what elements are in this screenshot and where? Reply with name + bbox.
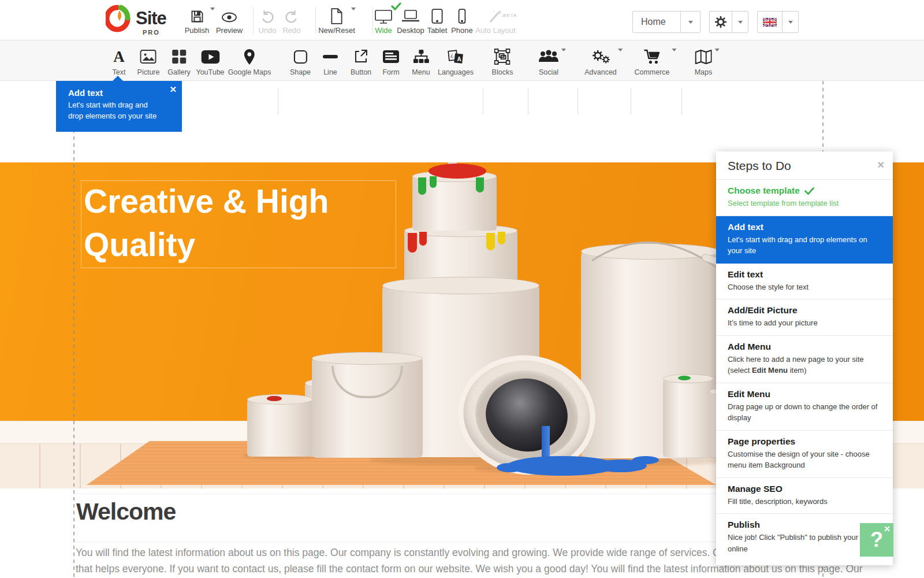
auto-layout-button[interactable]: BETA Auto Layout: [470, 5, 521, 35]
map-pin-icon: [228, 47, 271, 66]
paint-can: [663, 379, 714, 457]
step-desc: Choose the style for text: [728, 281, 881, 293]
step-manage-seo[interactable]: Manage SEO Fill title, description, keyw…: [716, 478, 893, 514]
social-tool[interactable]: Social: [538, 47, 559, 76]
step-add-edit-picture[interactable]: Add/Edit Picture It's time to add your p…: [716, 299, 893, 336]
steps-panel-title: Steps to Do: [728, 159, 791, 172]
shape-icon: [290, 47, 311, 66]
line-icon: [322, 47, 338, 66]
bucket-wire-handle: [578, 232, 728, 301]
tooltip-title: Add text: [68, 88, 165, 98]
add-google-maps-tool[interactable]: Google Maps: [228, 47, 271, 76]
gears-icon: [584, 47, 617, 66]
step-desc: Fill title, description, keywords: [728, 496, 881, 507]
language-button[interactable]: [757, 11, 799, 33]
social-caret[interactable]: [561, 49, 566, 51]
shopping-cart-icon: [634, 47, 669, 66]
form-icon: [382, 47, 400, 66]
svg-text:A: A: [457, 56, 461, 62]
step-title: Add/Edit Picture: [728, 305, 881, 316]
translate-icon: ¿ A: [438, 47, 474, 66]
step-desc: Customise the design of your site - choo…: [728, 449, 881, 471]
maps-caret[interactable]: [714, 49, 719, 51]
step-desc: Click here to add a new page to your sit…: [728, 354, 881, 376]
step-choose-template[interactable]: Choose template Select template from tem…: [716, 180, 893, 216]
add-menu-tool[interactable]: Menu: [412, 47, 430, 76]
languages-tool[interactable]: ¿ A Languages: [438, 47, 474, 76]
settings-caret[interactable]: [732, 12, 748, 32]
commerce-caret[interactable]: [672, 49, 677, 51]
hero-title[interactable]: Creative & High Quality: [84, 180, 396, 266]
add-picture-tool[interactable]: Picture: [137, 47, 160, 76]
add-text-tool[interactable]: A Text: [113, 47, 126, 76]
toolbar-separator: [681, 88, 682, 114]
step-title: Publish: [728, 520, 881, 530]
layout-guide-left: [73, 81, 74, 578]
add-gallery-tool[interactable]: Gallery: [167, 47, 191, 76]
step-desc: Nice job! Click "Publish" to publish you…: [728, 532, 881, 554]
step-edit-text[interactable]: Edit text Choose the style for text: [716, 264, 893, 300]
commerce-tool[interactable]: Commerce: [634, 47, 669, 76]
eye-icon: [209, 5, 249, 24]
paint-can: [247, 399, 313, 457]
text-icon: A: [113, 47, 126, 66]
settings-button[interactable]: [709, 11, 748, 33]
add-shape-tool[interactable]: Shape: [290, 47, 311, 76]
step-title: Manage SEO: [728, 484, 881, 494]
svg-text:¿: ¿: [450, 52, 454, 58]
blocks-tool[interactable]: Blocks: [492, 47, 513, 76]
new-reset-button[interactable]: New/Reset: [311, 5, 363, 35]
toolbar-separator: [528, 88, 528, 114]
toolbar-separator: [631, 88, 631, 114]
gallery-icon: [167, 47, 191, 66]
advanced-caret[interactable]: [618, 49, 623, 51]
site-builder-app: Site PRO Publish Preview: [0, 0, 924, 578]
youtube-icon: [196, 47, 224, 66]
gear-icon: [710, 12, 732, 32]
help-button[interactable]: ? ✕: [860, 523, 893, 557]
add-button-tool[interactable]: Button: [351, 47, 371, 76]
step-edit-menu[interactable]: Edit Menu Drag page up or down to change…: [716, 383, 893, 431]
maps-tool[interactable]: Maps: [695, 47, 713, 76]
toolbar-separator: [483, 88, 483, 114]
step-title: Add Menu: [728, 342, 881, 352]
red-paint-lid: [429, 164, 486, 179]
question-mark-icon: ?: [870, 528, 883, 552]
step-title: Edit text: [728, 269, 881, 280]
app-logo-badge: PRO: [143, 29, 160, 36]
help-close-icon[interactable]: ✕: [884, 524, 891, 533]
app-logo: Site PRO: [106, 5, 166, 32]
top-toolbar: Site PRO Publish Preview: [0, 0, 924, 40]
app-logo-icon: [106, 5, 132, 32]
advanced-tool[interactable]: Advanced: [584, 47, 617, 76]
new-reset-caret-icon[interactable]: [351, 8, 356, 10]
beta-badge: BETA: [503, 13, 517, 18]
add-form-tool[interactable]: Form: [382, 47, 400, 76]
step-add-text[interactable]: Add text Let's start with drag and drop …: [716, 216, 893, 264]
welcome-heading[interactable]: Welcome: [76, 498, 176, 525]
button-icon: [351, 47, 371, 66]
page-selector[interactable]: Home: [632, 11, 701, 33]
add-line-tool[interactable]: Line: [322, 47, 338, 76]
page-selector-caret[interactable]: [680, 12, 700, 32]
step-title: Edit Menu: [728, 389, 881, 399]
add-text-tooltip: ✕ Add text Let's start with drag and dro…: [56, 81, 182, 132]
uk-flag-icon: [758, 12, 782, 32]
toolbar-separator: [278, 88, 278, 114]
redo-button[interactable]: Redo: [271, 5, 312, 35]
check-icon: [804, 187, 814, 195]
steps-panel-header: Steps to Do ✕: [716, 151, 893, 180]
app-logo-text: Site: [136, 8, 166, 29]
toolbar-separator: [578, 88, 578, 114]
steps-to-do-panel: Steps to Do ✕ Choose template Select tem…: [716, 151, 893, 565]
redo-icon: [271, 5, 312, 24]
add-youtube-tool[interactable]: YouTube: [196, 47, 224, 76]
language-caret[interactable]: [782, 12, 798, 32]
steps-panel-close-icon[interactable]: ✕: [877, 160, 885, 171]
step-desc: Drag page up or down to change the order…: [728, 401, 881, 424]
step-desc: Select template from template list: [728, 198, 881, 209]
step-page-properties[interactable]: Page properties Customise the design of …: [716, 431, 893, 478]
preview-button[interactable]: Preview: [209, 5, 249, 35]
tooltip-close-icon[interactable]: ✕: [169, 85, 177, 94]
step-add-menu[interactable]: Add Menu Click here to add a new page to…: [716, 336, 893, 383]
